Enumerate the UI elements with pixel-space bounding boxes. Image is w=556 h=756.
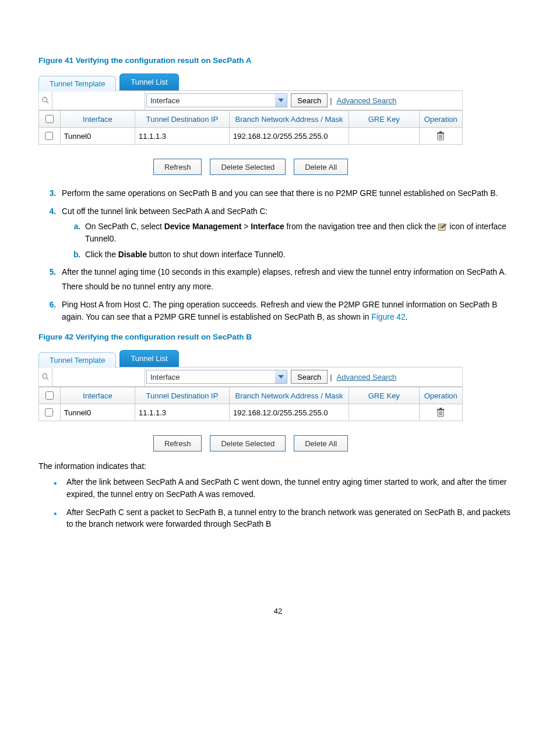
cell-grekey <box>349 404 420 421</box>
tab-tunnel-list[interactable]: Tunnel List <box>119 350 178 367</box>
step-4b-text2: button to shut down interface Tunnel0. <box>147 250 286 259</box>
svg-rect-15 <box>439 408 442 409</box>
step-4b-text1: Click the <box>85 250 118 259</box>
th-gre-key: GRE Key <box>349 111 420 128</box>
table-row: Tunnel0 11.1.1.3 192.168.12.0/255.255.25… <box>39 404 463 421</box>
svg-line-12 <box>47 378 49 380</box>
step-4a-text2: from the navigation tree and then click … <box>284 222 438 231</box>
advanced-search-link[interactable]: Advanced Search <box>337 96 397 105</box>
step-5-text: After the tunnel aging time (10 seconds … <box>62 267 518 279</box>
th-operation: Operation <box>419 111 462 128</box>
tab-tunnel-template[interactable]: Tunnel Template <box>38 352 116 368</box>
filter-select[interactable]: Interface <box>146 370 287 384</box>
trash-icon[interactable] <box>437 131 445 141</box>
svg-rect-3 <box>437 132 444 134</box>
search-icon <box>39 91 52 110</box>
svg-rect-9 <box>439 226 443 226</box>
step-4a-gt: > <box>241 222 251 231</box>
step-5: After the tunnel aging time (10 seconds … <box>58 267 518 293</box>
search-button[interactable]: Search <box>291 93 328 107</box>
step-4a-interface: Interface <box>251 222 284 231</box>
edit-icon <box>438 223 447 231</box>
refresh-button[interactable]: Refresh <box>153 435 202 452</box>
cell-branch: 192.168.12.0/255.255.255.0 <box>229 404 349 421</box>
figure-caption-42: Figure 42 Verifying the configuration re… <box>38 332 518 341</box>
step-4b: Click the Disable button to shut down in… <box>83 249 518 261</box>
svg-rect-4 <box>439 131 442 132</box>
delete-selected-button[interactable]: Delete Selected <box>210 435 286 452</box>
svg-rect-14 <box>437 409 444 410</box>
table-row: Tunnel0 11.1.1.3 192.168.12.0/255.255.25… <box>39 128 463 145</box>
step-4a-text1: On SecPath C, select <box>85 222 164 231</box>
bullet-1: After the link between SecPath A and Sec… <box>58 477 518 501</box>
step-6-text1: Ping Host A from Host C. The ping operat… <box>62 300 497 321</box>
cell-interface: Tunnel0 <box>60 404 135 421</box>
svg-point-11 <box>43 374 47 379</box>
steps-list: Perform the same operations on SecPath B… <box>38 188 518 323</box>
th-branch: Branch Network Address / Mask <box>229 387 349 404</box>
chevron-down-icon[interactable] <box>275 370 287 383</box>
cell-branch: 192.168.12.0/255.255.255.0 <box>229 128 349 145</box>
step-4b-disable: Disable <box>118 250 147 259</box>
separator: | <box>329 96 333 105</box>
cell-tdestip: 11.1.1.3 <box>135 128 230 145</box>
search-button[interactable]: Search <box>291 370 328 384</box>
filter-select-text: Interface <box>147 373 275 382</box>
chevron-down-icon[interactable] <box>275 94 287 107</box>
table-header-row: Interface Tunnel Destination IP Branch N… <box>39 387 463 404</box>
tunnel-table: Interface Tunnel Destination IP Branch N… <box>38 387 463 421</box>
row-checkbox[interactable] <box>45 408 53 416</box>
advanced-search-link[interactable]: Advanced Search <box>337 373 397 382</box>
step-4a: On SecPath C, select Device Management >… <box>83 221 518 245</box>
search-icon <box>39 368 52 386</box>
trash-icon[interactable] <box>437 408 445 417</box>
svg-line-1 <box>47 102 49 104</box>
filter-select-text: Interface <box>147 96 275 105</box>
delete-selected-button[interactable]: Delete Selected <box>210 159 286 175</box>
step-3: Perform the same operations on SecPath B… <box>58 188 518 200</box>
separator: | <box>329 373 333 382</box>
figure-caption-41: Figure 41 Verifying the configuration re… <box>38 56 518 65</box>
row-checkbox[interactable] <box>45 132 53 140</box>
svg-rect-10 <box>439 228 442 228</box>
th-interface: Interface <box>60 387 135 404</box>
svg-point-0 <box>43 97 47 102</box>
delete-all-button[interactable]: Delete All <box>294 435 348 452</box>
tunnel-panel-b: Tunnel Template Tunnel List Interface Se… <box>38 347 463 452</box>
table-header-row: Interface Tunnel Destination IP Branch N… <box>39 111 463 128</box>
filter-select[interactable]: Interface <box>146 93 287 107</box>
page-number: 42 <box>38 607 518 615</box>
refresh-button[interactable]: Refresh <box>153 159 202 175</box>
delete-all-button[interactable]: Delete All <box>294 159 348 175</box>
bullets-list: After the link between SecPath A and Sec… <box>38 477 518 531</box>
cell-interface: Tunnel0 <box>60 128 135 145</box>
step-5-text2: There should be no tunnel entry any more… <box>62 281 518 293</box>
step-4a-devmgmt: Device Management <box>164 222 242 231</box>
bullet-2: After SecPath C sent a packet to SecPath… <box>58 507 518 531</box>
tunnel-panel-a: Tunnel Template Tunnel List Interface Se… <box>38 71 463 175</box>
th-tunnel-destination-ip: Tunnel Destination IP <box>135 111 230 128</box>
tab-tunnel-template[interactable]: Tunnel Template <box>38 76 116 92</box>
th-operation: Operation <box>419 387 462 404</box>
th-gre-key: GRE Key <box>349 387 420 404</box>
cell-tdestip: 11.1.1.3 <box>135 404 230 421</box>
th-interface: Interface <box>60 111 135 128</box>
th-branch: Branch Network Address / Mask <box>229 111 349 128</box>
select-all-checkbox[interactable] <box>45 115 54 123</box>
step-6: Ping Host A from Host C. The ping operat… <box>58 299 518 323</box>
cell-grekey <box>349 128 420 145</box>
step-6-text2: . <box>406 313 408 321</box>
figure-42-link[interactable]: Figure 42 <box>371 313 405 321</box>
tab-tunnel-list[interactable]: Tunnel List <box>119 74 178 90</box>
select-all-checkbox[interactable] <box>45 391 54 400</box>
info-indicates: The information indicates that: <box>38 462 518 471</box>
tunnel-table: Interface Tunnel Destination IP Branch N… <box>38 110 463 145</box>
step-4: Cut off the tunnel link between SecPath … <box>58 206 518 261</box>
th-tunnel-destination-ip: Tunnel Destination IP <box>135 387 230 404</box>
